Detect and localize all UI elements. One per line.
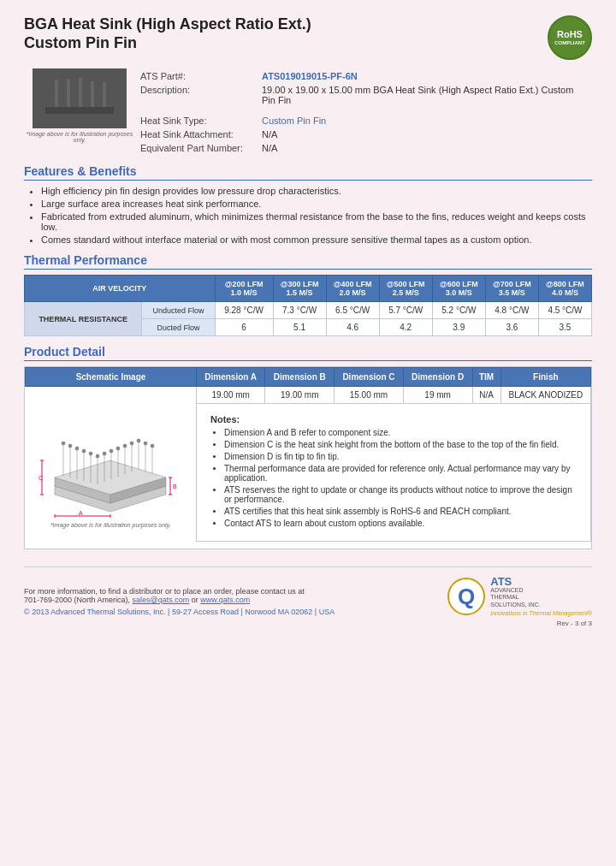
- svg-point-31: [75, 447, 79, 450]
- svg-rect-3: [61, 81, 64, 107]
- svg-point-32: [82, 449, 86, 453]
- unducted-700: 4.8 °C/W: [485, 302, 538, 319]
- feature-item: Comes standard without interface materia…: [41, 234, 592, 245]
- svg-point-34: [96, 454, 99, 458]
- svg-text:B: B: [173, 483, 177, 489]
- product-detail-outer: Schematic Image Dimension A Dimension B …: [24, 366, 592, 549]
- svg-point-42: [151, 444, 154, 448]
- note-6: ATS certifies that this heat sink assemb…: [224, 507, 577, 516]
- dim-c-header: Dimension C: [335, 368, 404, 387]
- svg-rect-10: [103, 82, 106, 107]
- part-number: ATS019019015-PF-6N: [258, 70, 590, 82]
- svg-point-39: [130, 442, 133, 445]
- svg-point-33: [89, 452, 92, 455]
- product-image: [33, 68, 127, 128]
- equiv-label: Equivalent Part Number:: [137, 142, 257, 154]
- unducted-label: Unducted Flow: [142, 302, 215, 319]
- footer-copyright: © 2013 Advanced Thermal Solutions, Inc. …: [24, 608, 335, 616]
- dimension-table: Schematic Image Dimension A Dimension B …: [25, 367, 591, 542]
- unducted-800: 4.5 °C/W: [538, 302, 591, 319]
- heatsink-illustration: [37, 73, 122, 124]
- unducted-300: 7.3 °C/W: [273, 302, 326, 319]
- air-velocity-header: AIR VELOCITY: [25, 276, 216, 302]
- ats-sub3: SOLUTIONS, INC.: [490, 602, 592, 608]
- product-image-caption: *Image above is for illustration purpose…: [24, 131, 135, 143]
- svg-text:A: A: [79, 510, 83, 516]
- svg-rect-2: [55, 80, 58, 107]
- svg-rect-8: [91, 81, 94, 107]
- ducted-800: 3.5: [538, 319, 591, 336]
- page-number: Rev - 3 of 3: [447, 620, 592, 627]
- col-500lfm: @500 LFM2.5 M/S: [379, 276, 432, 302]
- svg-point-35: [103, 452, 106, 455]
- spec-table: ATS Part#: ATS019019015-PF-6N Descriptio…: [135, 68, 592, 156]
- thermal-resistance-label: THERMAL RESISTANCE: [25, 302, 142, 336]
- note-2: Dimension C is the heat sink height from…: [224, 440, 577, 449]
- svg-point-36: [110, 449, 113, 453]
- svg-point-37: [116, 447, 120, 450]
- ducted-600: 3.9: [432, 319, 485, 336]
- ats-sub1: ADVANCED: [490, 587, 592, 594]
- features-list: High efficiency pin fin design provides …: [24, 186, 592, 245]
- dim-d-value: 19 mm: [403, 387, 472, 404]
- dim-a-value: 19.00 mm: [197, 387, 265, 404]
- description: 19.00 x 19.00 x 15.00 mm BGA Heat Sink (…: [258, 84, 590, 106]
- svg-rect-9: [97, 79, 100, 107]
- col-200lfm: @200 LFM1.0 M/S: [215, 276, 273, 302]
- unducted-600: 5.2 °C/W: [432, 302, 485, 319]
- feature-item: Fabricated from extruded aluminum, which…: [41, 211, 592, 232]
- svg-point-29: [62, 442, 65, 445]
- product-detail-heading: Product Detail: [24, 345, 592, 361]
- type-label: Heat Sink Type:: [137, 115, 257, 127]
- thermal-heading: Thermal Performance: [24, 253, 592, 270]
- page: BGA Heat Sink (High Aspect Ratio Ext.) C…: [0, 0, 616, 866]
- finish-header: Finish: [500, 368, 590, 387]
- col-400lfm: @400 LFM2.0 M/S: [326, 276, 379, 302]
- title-line2: Custom Pin Fin: [24, 34, 137, 51]
- svg-point-41: [144, 442, 147, 445]
- note-1: Dimension A and B refer to component siz…: [224, 428, 577, 437]
- finish-value: BLACK ANODIZED: [500, 387, 590, 404]
- ats-sub2: THERMAL: [490, 594, 592, 601]
- unducted-500: 5.7 °C/W: [379, 302, 432, 319]
- footer-website[interactable]: www.qats.com: [200, 596, 250, 604]
- part-label: ATS Part#:: [137, 70, 257, 82]
- ats-tagline: Innovations in Thermal Management®: [490, 610, 592, 616]
- note-4: Thermal performance data are provided fo…: [224, 464, 577, 483]
- col-600lfm: @600 LFM3.0 M/S: [432, 276, 485, 302]
- notes-title: Notes:: [210, 414, 577, 424]
- product-image-box: *Image above is for illustration purpose…: [24, 68, 135, 143]
- notes-list: Dimension A and B refer to component siz…: [210, 428, 577, 528]
- features-heading: Features & Benefits: [24, 164, 592, 181]
- ducted-400: 4.6: [326, 319, 379, 336]
- note-3: Dimension D is fin tip to fin tip.: [224, 452, 577, 461]
- feature-item: High efficiency pin fin design provides …: [41, 186, 592, 196]
- type-value: Custom Pin Fin: [258, 115, 590, 127]
- svg-rect-1: [49, 83, 52, 107]
- svg-rect-4: [67, 79, 70, 107]
- svg-text:C: C: [38, 475, 43, 481]
- footer: For more information, to find a distribu…: [24, 566, 592, 627]
- footer-email[interactable]: sales@qats.com: [133, 596, 190, 604]
- svg-rect-7: [85, 80, 88, 107]
- desc-label: Description:: [137, 84, 257, 106]
- unducted-400: 6.5 °C/W: [326, 302, 379, 319]
- attach-value: N/A: [258, 128, 590, 140]
- dim-b-header: Dimension B: [265, 368, 335, 387]
- ats-logo-area: Q ATS ADVANCED THERMAL SOLUTIONS, INC. I…: [447, 576, 592, 627]
- title-line1: BGA Heat Sink (High Aspect Ratio Ext.): [24, 15, 311, 33]
- col-700lfm: @700 LFM3.5 M/S: [485, 276, 538, 302]
- feature-item: Large surface area increases heat sink p…: [41, 199, 592, 209]
- schematic-caption: *Image above is for illustration purpose…: [31, 522, 192, 528]
- unducted-200: 9.28 °C/W: [215, 302, 273, 319]
- attach-label: Heat Sink Attachment:: [137, 128, 257, 140]
- equiv-value: N/A: [258, 142, 590, 154]
- note-7: Contact ATS to learn about custom option…: [224, 519, 577, 528]
- tim-value: N/A: [472, 387, 500, 404]
- header-row: BGA Heat Sink (High Aspect Ratio Ext.) C…: [24, 15, 592, 60]
- schematic-svg: C A B: [38, 392, 183, 520]
- tim-header: TIM: [472, 368, 500, 387]
- dim-d-header: Dimension D: [403, 368, 472, 387]
- ducted-700: 3.6: [485, 319, 538, 336]
- svg-rect-6: [79, 78, 82, 107]
